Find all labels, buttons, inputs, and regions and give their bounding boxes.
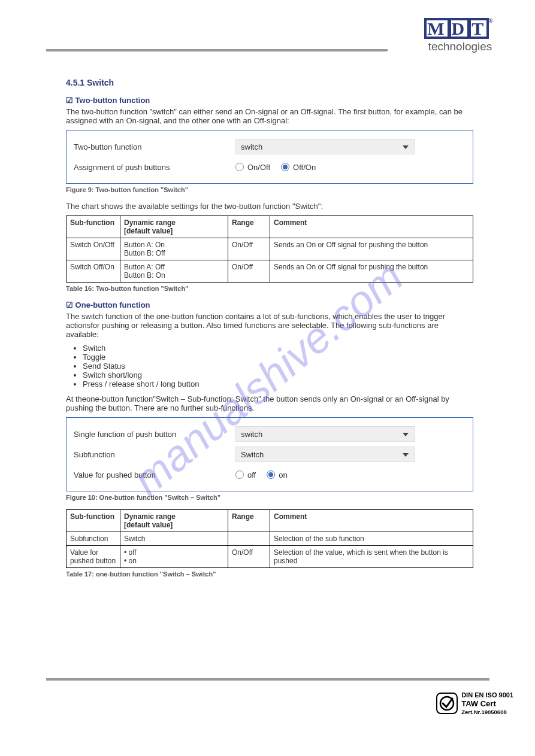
figure-caption: Figure 9: Two-button function "Switch" — [66, 186, 473, 193]
bottom-divider — [46, 678, 489, 681]
table-caption: Table 16: Two-button function "Switch" — [66, 285, 473, 292]
brand-logo: MDT® technologies — [418, 18, 502, 53]
radio-off-on[interactable]: Off/On — [281, 163, 316, 172]
document-content: 4.5.1 Switch ☑ Two-button function The t… — [66, 78, 473, 586]
two-button-function-dropdown[interactable]: switch — [235, 139, 415, 154]
table-caption: Table 17: one-button function "Switch – … — [66, 570, 473, 578]
taw-icon — [436, 693, 458, 714]
top-divider — [46, 49, 388, 51]
param-label: Subfunction — [74, 450, 235, 459]
figure-10-box: Single function of push button switch Su… — [66, 417, 473, 491]
paragraph: The chart shows the available settings f… — [66, 202, 473, 211]
certification-badge: DIN EN ISO 9001 TAW Cert Zert.Nr.1905060… — [436, 691, 513, 715]
subheading-one-button: ☑ One-button function — [66, 300, 473, 309]
section-heading: 4.5.1 Switch — [66, 78, 473, 87]
figure-caption: Figure 10: One-button function "Switch –… — [66, 494, 473, 501]
paragraph: At theone-button function"Switch – Sub-f… — [66, 394, 473, 412]
table-17: Sub-function Dynamic range [default valu… — [66, 509, 473, 568]
subfunction-list: Switch Toggle Send Status Switch short/l… — [83, 344, 473, 388]
figure-9-box: Two-button function switch Assignment of… — [66, 130, 473, 184]
param-label: Single function of push button — [74, 430, 235, 439]
param-label: Two-button function — [74, 142, 235, 151]
radio-on[interactable]: on — [267, 470, 287, 479]
paragraph: The two-button function "switch" can eit… — [66, 107, 473, 125]
subfunction-dropdown[interactable]: Switch — [235, 447, 415, 462]
single-function-dropdown[interactable]: switch — [235, 426, 415, 442]
param-label: Value for pushed button — [74, 470, 235, 479]
radio-off[interactable]: off — [235, 470, 256, 479]
subheading-two-button: ☑ Two-button function — [66, 96, 473, 105]
radio-on-off[interactable]: On/Off — [235, 163, 270, 172]
table-16: Sub-function Dynamic range [default valu… — [66, 215, 473, 283]
paragraph: The switch function of the one-button fu… — [66, 312, 473, 339]
param-label: Assignment of push buttons — [74, 163, 235, 172]
